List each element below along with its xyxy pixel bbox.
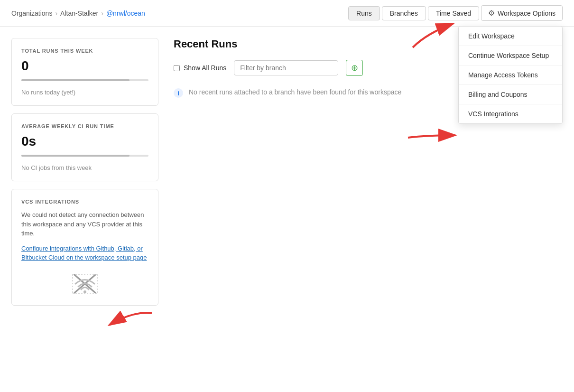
avg-ci-label: AVERAGE WEEKLY CI RUN TIME xyxy=(21,123,148,129)
workspace-options-dropdown: Edit Workspace Continue Workspace Setup … xyxy=(458,26,563,124)
workspace-options-label: Workspace Options xyxy=(498,9,555,17)
breadcrumb: Organizations › Altan-Stalker › @nrwl/oc… xyxy=(11,9,145,17)
manage-tokens-item[interactable]: Manage Access Tokens xyxy=(459,65,562,85)
total-runs-label: TOTAL RUNS THIS WEEK xyxy=(21,48,148,54)
total-runs-value: 0 xyxy=(21,58,148,74)
filter-by-branch-input[interactable] xyxy=(234,60,338,75)
sep1: › xyxy=(55,9,57,17)
edit-workspace-item[interactable]: Edit Workspace xyxy=(459,27,562,46)
current-workspace: @nrwl/ocean xyxy=(106,9,145,17)
no-signal-icon-wrapper xyxy=(21,272,148,296)
show-all-runs-text: Show All Runs xyxy=(184,64,226,72)
show-all-runs-checkbox[interactable] xyxy=(174,65,180,71)
header: Organizations › Altan-Stalker › @nrwl/oc… xyxy=(0,0,574,27)
avg-ci-value: 0s xyxy=(21,134,148,149)
avg-ci-progress-fill xyxy=(21,155,130,157)
org-link[interactable]: Organizations xyxy=(11,9,52,17)
workspace-options-container: ⚙ Workspace Options Edit Workspace Conti… xyxy=(481,5,563,21)
vcs-card-label: VCS INTEGRATIONS xyxy=(21,199,148,205)
filter-icon: ⊕ xyxy=(351,63,358,73)
billing-item[interactable]: Billing and Coupons xyxy=(459,85,562,104)
nav-actions: Runs Branches Time Saved ⚙ Workspace Opt… xyxy=(348,5,563,21)
total-runs-progress-fill xyxy=(21,79,130,81)
svg-point-2 xyxy=(83,290,86,293)
vcs-integrations-item[interactable]: VCS Integrations xyxy=(459,104,562,123)
workspace-link[interactable]: Altan-Stalker xyxy=(60,9,98,17)
avg-ci-card: AVERAGE WEEKLY CI RUN TIME 0s No CI jobs… xyxy=(11,113,158,181)
total-runs-progress-track xyxy=(21,79,148,81)
sidebar-cards: TOTAL RUNS THIS WEEK 0 No runs today (ye… xyxy=(11,38,158,306)
no-signal-icon xyxy=(71,272,99,296)
vcs-card-description: We could not detect any connection betwe… xyxy=(21,210,148,238)
avg-ci-progress-track xyxy=(21,155,148,157)
total-runs-card: TOTAL RUNS THIS WEEK 0 No runs today (ye… xyxy=(11,38,158,106)
avg-ci-note: No CI jobs from this week xyxy=(21,164,148,171)
total-runs-note: No runs today (yet!) xyxy=(21,89,148,96)
filter-action-button[interactable]: ⊕ xyxy=(346,60,363,76)
time-saved-tab[interactable]: Time Saved xyxy=(428,6,479,20)
continue-setup-item[interactable]: Continue Workspace Setup xyxy=(459,46,562,65)
branches-tab[interactable]: Branches xyxy=(382,6,426,20)
info-icon: i xyxy=(174,88,183,98)
empty-state-text: No recent runs attached to a branch have… xyxy=(189,87,401,97)
sep2: › xyxy=(101,9,103,17)
workspace-options-button[interactable]: ⚙ Workspace Options xyxy=(481,5,563,21)
runs-tab[interactable]: Runs xyxy=(348,6,380,20)
show-all-runs-label[interactable]: Show All Runs xyxy=(174,64,226,72)
gear-icon: ⚙ xyxy=(488,9,495,18)
vcs-configure-link[interactable]: Configure integrations with Github, Gitl… xyxy=(21,244,148,262)
vcs-integrations-card: VCS INTEGRATIONS We could not detect any… xyxy=(11,189,158,306)
